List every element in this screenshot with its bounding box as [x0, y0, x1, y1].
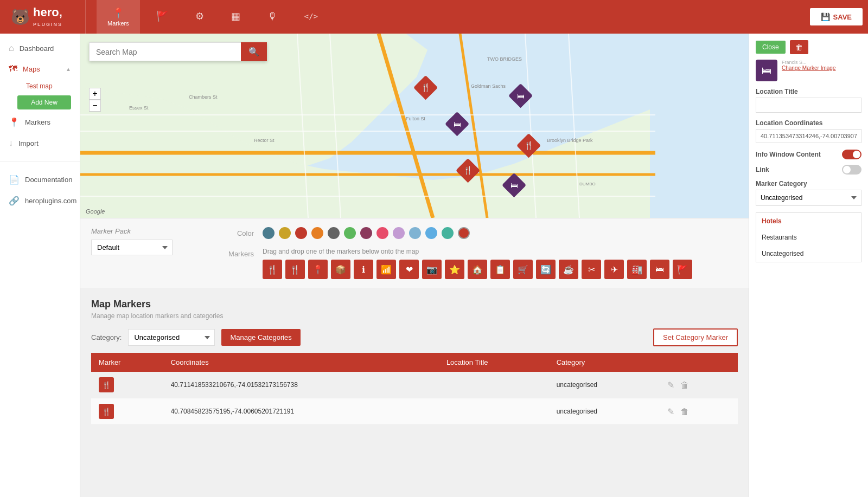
- location-title-input[interactable]: [756, 98, 861, 113]
- search-button[interactable]: 🔍: [241, 42, 267, 61]
- marker-1-icon: 🍴: [421, 83, 430, 92]
- panel-close-button[interactable]: Close: [756, 41, 786, 54]
- info-window-toggle[interactable]: [842, 150, 861, 159]
- color-dot-3[interactable]: [295, 227, 307, 239]
- map-marker-4[interactable]: 🍴: [520, 138, 539, 160]
- map-marker-2[interactable]: 🛏: [512, 88, 531, 111]
- color-dot-13[interactable]: [458, 227, 470, 239]
- sidebar-item-dashboard[interactable]: ⌂ Dashboard: [0, 38, 80, 59]
- marker-btn-star[interactable]: ⭐: [445, 260, 464, 279]
- logo-bear-icon: 🐻: [11, 8, 30, 26]
- set-category-marker-button[interactable]: Set Category Marker: [653, 328, 738, 346]
- marker-btn-pin[interactable]: 📍: [308, 260, 328, 279]
- sidebar-item-maps[interactable]: 🗺 Maps ▲: [0, 59, 80, 79]
- link-toggle[interactable]: [842, 165, 861, 175]
- marker-btn-cart[interactable]: 🛒: [513, 260, 533, 279]
- color-dot-5[interactable]: [328, 227, 340, 239]
- svg-text:Brooklyn Bridge Park: Brooklyn Bridge Park: [547, 138, 593, 143]
- color-dot-4[interactable]: [311, 227, 323, 239]
- marker-btn-camera[interactable]: 📷: [422, 260, 442, 279]
- row1-category: uncategorised: [549, 372, 658, 398]
- manage-categories-button[interactable]: Manage Categories: [221, 329, 300, 346]
- nav-item-markers[interactable]: 📍 Markers: [97, 0, 140, 34]
- row2-edit-button[interactable]: ✎: [665, 405, 676, 418]
- map-marker-6[interactable]: 🛏: [505, 177, 525, 200]
- marker-pack-label: Marker Pack: [91, 227, 200, 235]
- marker-btn-fork[interactable]: 🍴: [263, 260, 282, 279]
- marker-btn-coffee[interactable]: ☕: [559, 260, 578, 279]
- marker-btn-box[interactable]: 📦: [331, 260, 350, 279]
- table-header: Marker Coordinates Location Title Catego…: [91, 353, 738, 372]
- sidebar-item-import[interactable]: ↓ Import: [0, 133, 80, 153]
- marker-btn-bed[interactable]: 🛏: [650, 260, 669, 279]
- top-nav: 🐻 hero, PLUGINS 📍 Markers 🚩 ⚙ ▦ 🎙 </> 💾 …: [0, 0, 868, 34]
- color-dot-9[interactable]: [393, 227, 405, 239]
- color-dot-11[interactable]: [425, 227, 437, 239]
- color-dot-2[interactable]: [279, 227, 291, 239]
- marker-4-icon: 🍴: [524, 141, 533, 150]
- nav-item-flag[interactable]: 🚩: [145, 0, 179, 34]
- category-dropdown-panel[interactable]: Uncategorised Hotels Restaurants: [756, 190, 861, 206]
- marker-btn-scissors[interactable]: ✂: [582, 260, 601, 279]
- marker-pack-select[interactable]: Default: [91, 240, 173, 255]
- row1-actions: ✎ 🗑: [658, 372, 738, 398]
- marker-btn-info[interactable]: ℹ: [354, 260, 373, 279]
- category-select[interactable]: Uncategorised: [128, 329, 215, 346]
- zoom-in-button[interactable]: +: [89, 88, 101, 100]
- map-attribution: Google: [86, 208, 105, 215]
- sidebar-item-test-map[interactable]: Test map: [9, 79, 80, 93]
- sidebar-section-docs: 📄 Documentation 🔗 heroplugins.com: [0, 165, 80, 216]
- row1-delete-button[interactable]: 🗑: [678, 379, 691, 391]
- markers-sidebar-icon: 📍: [9, 117, 20, 127]
- marker-2-icon: 🛏: [517, 92, 525, 100]
- nav-item-mic[interactable]: 🎙: [257, 0, 288, 34]
- marker-btn-flag[interactable]: 🚩: [673, 260, 692, 279]
- col-category: Category: [549, 353, 658, 372]
- category-option-hotels[interactable]: Hotels: [756, 213, 861, 229]
- color-dot-7[interactable]: [360, 227, 372, 239]
- color-dot-6[interactable]: [344, 227, 356, 239]
- search-input[interactable]: [89, 42, 241, 61]
- sidebar-item-documentation[interactable]: 📄 Documentation: [0, 169, 80, 190]
- map-marker-3[interactable]: 🛏: [448, 116, 468, 139]
- category-option-restaurants[interactable]: Restaurants: [756, 229, 861, 246]
- sidebar-item-markers[interactable]: 📍 Markers: [0, 112, 80, 133]
- row2-delete-button[interactable]: 🗑: [678, 406, 691, 418]
- sidebar-item-heroplugins[interactable]: 🔗 heroplugins.com: [0, 190, 80, 211]
- nav-item-settings[interactable]: ⚙: [184, 0, 215, 34]
- nav-item-code[interactable]: </>: [293, 0, 329, 34]
- zoom-out-button[interactable]: −: [89, 100, 101, 112]
- code-nav-icon: </>: [304, 12, 318, 21]
- marker-btn-factory[interactable]: 🏭: [627, 260, 647, 279]
- row1-edit-button[interactable]: ✎: [665, 379, 676, 391]
- change-marker-image-link[interactable]: Change Marker Image: [782, 65, 836, 71]
- marker-btn-home[interactable]: 🏠: [468, 260, 487, 279]
- color-dot-10[interactable]: [409, 227, 421, 239]
- map-marker-5[interactable]: 🍴: [459, 163, 478, 185]
- color-dot-8[interactable]: [376, 227, 388, 239]
- row1-marker: 🍴: [91, 372, 163, 398]
- marker-controls: Marker Pack Default Color: [80, 218, 749, 288]
- map-marker-1[interactable]: 🍴: [417, 80, 436, 102]
- flag-nav-icon: 🚩: [156, 10, 168, 22]
- color-dot-12[interactable]: [442, 227, 454, 239]
- marker-btn-clip[interactable]: 📋: [490, 260, 510, 279]
- add-new-button[interactable]: Add New: [17, 95, 71, 109]
- svg-text:Rector St: Rector St: [254, 138, 275, 143]
- panel-category-field: Marker Category Uncategorised Hotels Res…: [756, 180, 861, 206]
- panel-delete-button[interactable]: 🗑: [790, 40, 808, 54]
- col-coordinates: Coordinates: [163, 353, 439, 372]
- nav-item-grid[interactable]: ▦: [220, 0, 251, 34]
- color-dot-1[interactable]: [263, 227, 275, 239]
- save-button[interactable]: 💾 SAVE: [810, 8, 863, 25]
- link-icon: 🔗: [9, 196, 20, 206]
- marker-btn-heart[interactable]: ❤: [399, 260, 419, 279]
- location-coords-input[interactable]: [756, 129, 861, 143]
- marker-btn-plane[interactable]: ✈: [604, 260, 624, 279]
- marker-btn-fork2[interactable]: 🍴: [285, 260, 305, 279]
- link-label: Link: [756, 166, 769, 173]
- marker-btn-refresh[interactable]: 🔄: [536, 260, 556, 279]
- marker-btn-wifi[interactable]: 📶: [376, 260, 396, 279]
- category-option-uncategorised[interactable]: Uncategorised: [756, 246, 861, 262]
- import-icon: ↓: [9, 138, 13, 148]
